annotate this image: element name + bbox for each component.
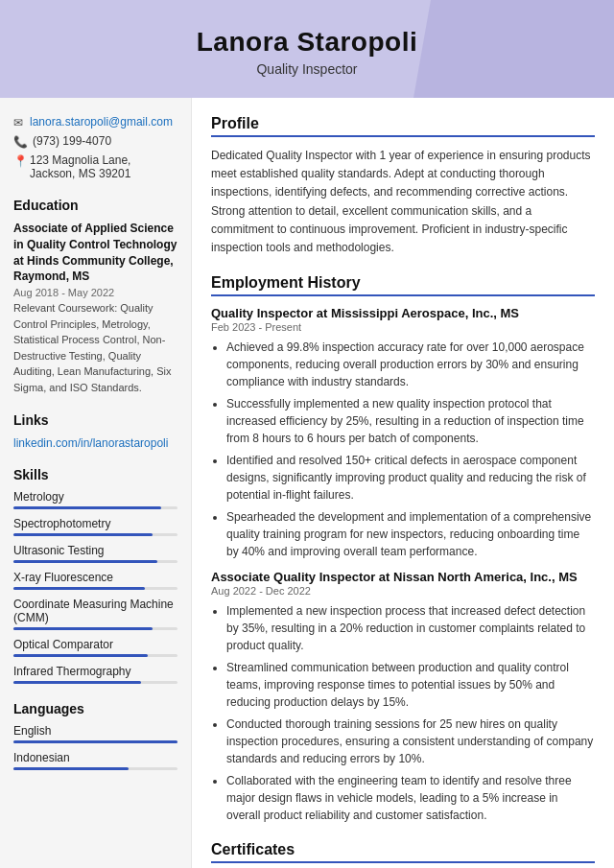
jobs-list: Quality Inspector at Mississippi Aerospa… <box>211 306 595 824</box>
job-bullet: Achieved a 99.8% inspection accuracy rat… <box>226 339 595 390</box>
job-title: Associate Quality Inspector at Nissan No… <box>211 570 595 584</box>
employment-heading: Employment History <box>211 274 595 296</box>
job-bullet: Streamlined communication between produc… <box>226 659 595 711</box>
skill-item: Infrared Thermography <box>13 665 177 684</box>
skill-name: Infrared Thermography <box>13 665 177 678</box>
skill-item: X-ray Fluorescence <box>13 571 177 590</box>
profile-section: Profile Dedicated Quality Inspector with… <box>211 115 595 257</box>
job-bullet: Identified and resolved 150+ critical de… <box>226 452 595 504</box>
skills-heading: Skills <box>13 467 177 482</box>
contact-section: ✉ lanora.staropoli@gmail.com 📞 (973) 199… <box>13 115 177 180</box>
skill-name: Coordinate Measuring Machine (CMM) <box>13 598 177 624</box>
skill-name: Spectrophotometry <box>13 517 177 530</box>
job-bullet: Implemented a new inspection process tha… <box>226 602 595 654</box>
skill-bar <box>13 654 177 657</box>
sidebar: ✉ lanora.staropoli@gmail.com 📞 (973) 199… <box>0 98 192 868</box>
email-link[interactable]: lanora.staropoli@gmail.com <box>30 115 173 129</box>
language-bar <box>13 740 177 743</box>
phone-number: (973) 199-4070 <box>33 134 111 148</box>
address-contact: 📍 123 Magnolia Lane, Jackson, MS 39201 <box>13 153 177 180</box>
main-layout: ✉ lanora.staropoli@gmail.com 📞 (973) 199… <box>0 98 614 868</box>
skill-name: Ultrasonic Testing <box>13 544 177 557</box>
main-content: Profile Dedicated Quality Inspector with… <box>192 98 614 868</box>
skill-bar-fill <box>13 587 145 590</box>
education-dates: Aug 2018 - May 2022 <box>13 287 177 298</box>
job-dates: Feb 2023 - Present <box>211 321 595 333</box>
job-bullet: Spearheaded the development and implemen… <box>226 508 595 560</box>
languages-section: Languages English Indonesian <box>13 701 177 770</box>
linkedin-link[interactable]: linkedin.com/in/lanorastaropoli <box>13 436 168 450</box>
skill-bar <box>13 681 177 684</box>
skill-name: Metrology <box>13 490 177 504</box>
skills-list: Metrology Spectrophotometry Ultrasonic T… <box>13 490 177 684</box>
language-bar-fill <box>13 740 177 743</box>
education-heading: Education <box>13 198 177 213</box>
skill-bar <box>13 560 177 563</box>
job-bullet: Successfully implemented a new quality i… <box>226 395 595 447</box>
job-bullet: Conducted thorough training sessions for… <box>226 716 595 767</box>
job-bullets: Achieved a 99.8% inspection accuracy rat… <box>211 339 595 560</box>
links-heading: Links <box>13 412 177 428</box>
languages-heading: Languages <box>13 701 177 716</box>
language-name: Indonesian <box>13 751 177 764</box>
address-text: 123 Magnolia Lane, Jackson, MS 39201 <box>30 153 177 180</box>
phone-contact: 📞 (973) 199-4070 <box>13 134 177 149</box>
language-bar-fill <box>13 767 129 770</box>
email-icon: ✉ <box>13 116 25 129</box>
email-contact: ✉ lanora.staropoli@gmail.com <box>13 115 177 129</box>
applicant-title: Quality Inspector <box>19 61 595 77</box>
job-entry: Associate Quality Inspector at Nissan No… <box>211 570 595 824</box>
certificates-section: Certificates Certified Quality Inspector… <box>211 841 595 868</box>
skill-item: Optical Comparator <box>13 638 177 657</box>
languages-list: English Indonesian <box>13 724 177 770</box>
skills-section: Skills Metrology Spectrophotometry Ultra… <box>13 467 177 684</box>
skill-item: Metrology <box>13 490 177 509</box>
skill-item: Spectrophotometry <box>13 517 177 536</box>
job-entry: Quality Inspector at Mississippi Aerospa… <box>211 306 595 560</box>
job-bullet: Collaborated with the engineering team t… <box>226 772 595 824</box>
skill-bar-fill <box>13 506 161 509</box>
language-item: Indonesian <box>13 751 177 770</box>
profile-heading: Profile <box>211 115 595 137</box>
linkedin-link-item: linkedin.com/in/lanorastaropoli <box>13 435 177 450</box>
certificates-heading: Certificates <box>211 841 595 863</box>
applicant-name: Lanora Staropoli <box>19 27 595 58</box>
education-section: Education Associate of Applied Science i… <box>13 198 177 395</box>
language-item: English <box>13 724 177 743</box>
skill-bar <box>13 627 177 630</box>
employment-section: Employment History Quality Inspector at … <box>211 274 595 824</box>
phone-icon: 📞 <box>13 135 28 149</box>
skill-item: Ultrasonic Testing <box>13 544 177 563</box>
job-bullets: Implemented a new inspection process tha… <box>211 602 595 824</box>
location-icon: 📍 <box>13 154 25 168</box>
skill-bar <box>13 533 177 536</box>
skill-name: X-ray Fluorescence <box>13 571 177 584</box>
skill-bar-fill <box>13 533 153 536</box>
skill-bar-fill <box>13 560 157 563</box>
skill-bar-fill <box>13 654 148 657</box>
skill-item: Coordinate Measuring Machine (CMM) <box>13 598 177 630</box>
skill-bar-fill <box>13 681 141 684</box>
links-section: Links linkedin.com/in/lanorastaropoli <box>13 412 177 450</box>
language-bar <box>13 767 177 770</box>
job-title: Quality Inspector at Mississippi Aerospa… <box>211 306 595 320</box>
job-dates: Aug 2022 - Dec 2022 <box>211 585 595 597</box>
header: Lanora Staropoli Quality Inspector <box>0 0 614 98</box>
profile-text: Dedicated Quality Inspector with 1 year … <box>211 147 595 257</box>
language-name: English <box>13 724 177 738</box>
skill-name: Optical Comparator <box>13 638 177 651</box>
skill-bar <box>13 506 177 509</box>
education-coursework: Relevant Coursework: Quality Control Pri… <box>13 300 177 395</box>
education-degree: Associate of Applied Science in Quality … <box>13 221 177 285</box>
skill-bar-fill <box>13 627 153 630</box>
skill-bar <box>13 587 177 590</box>
